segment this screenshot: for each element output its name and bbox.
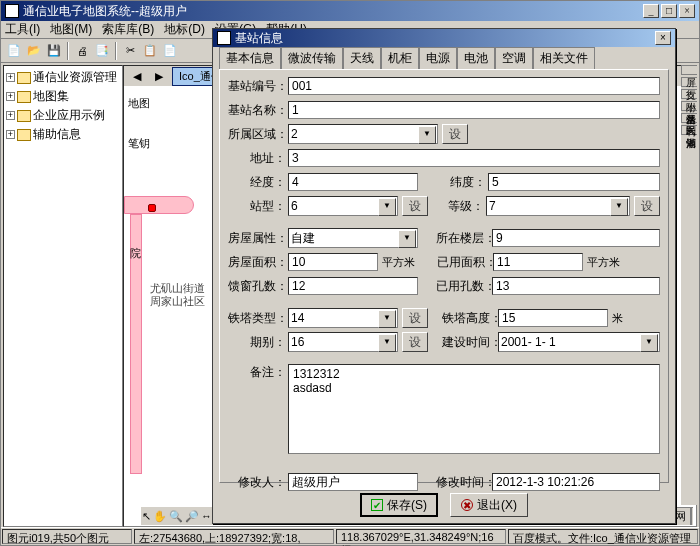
ttype-set-button[interactable]: 设 — [402, 308, 428, 328]
tab-next-icon[interactable]: ▶ — [150, 67, 168, 85]
zoomin-icon[interactable]: 🔍 — [168, 507, 184, 525]
tab-ac[interactable]: 空调 — [495, 47, 533, 69]
label-stype: 站型： — [228, 198, 288, 215]
tab-battery[interactable]: 电池 — [457, 47, 495, 69]
app-title: 通信业电子地图系统--超级用户 — [23, 3, 187, 20]
check-icon: ✔ — [371, 499, 383, 511]
status-coords: 左:27543680,上:18927392;宽:18,高:29; 0点; 未选中 — [134, 529, 334, 544]
zoomout-icon[interactable]: 🔎 — [184, 507, 200, 525]
tb-save-icon[interactable]: 💾 — [45, 42, 63, 60]
tree-item-2[interactable]: +企业应用示例 — [6, 106, 120, 125]
modtime-input — [492, 473, 660, 491]
app-icon — [5, 4, 19, 18]
label-remark: 备注： — [228, 364, 288, 454]
prop-select[interactable]: 自建 — [288, 228, 418, 248]
menu-map[interactable]: 地图(M) — [50, 21, 92, 38]
theight-input[interactable] — [498, 309, 608, 327]
uarea-input[interactable] — [493, 253, 583, 271]
close-button[interactable]: × — [679, 4, 695, 18]
tab-power[interactable]: 电源 — [419, 47, 457, 69]
dialog-title: 基站信息 — [235, 30, 283, 47]
tb-print-icon[interactable]: 🖨 — [73, 42, 91, 60]
right-tabs: 屏 支行 附小 基督生活 利民医 银湖酒 — [681, 65, 697, 505]
ttype-select[interactable]: 14 — [288, 308, 398, 328]
rt-0[interactable]: 屏 — [681, 65, 697, 75]
btab-12[interactable]: 村县 — [691, 507, 693, 525]
lon-input[interactable] — [288, 173, 418, 191]
floor-input[interactable] — [492, 229, 660, 247]
area-select[interactable]: 2 — [288, 124, 438, 144]
tb-paste-icon[interactable]: 📄 — [161, 42, 179, 60]
tb-copy-icon[interactable]: 📋 — [141, 42, 159, 60]
tb-new-icon[interactable]: 📄 — [5, 42, 23, 60]
hand-icon[interactable]: ✋ — [152, 507, 168, 525]
unit-sqm: 平方米 — [583, 255, 624, 270]
menu-search[interactable]: 索库库(B) — [102, 21, 154, 38]
tab-prev-icon[interactable]: ◀ — [128, 67, 146, 85]
dialog-close-button[interactable]: × — [655, 31, 671, 45]
folder-icon — [17, 72, 31, 84]
remark-textarea[interactable]: 1312312 asdasd — [288, 364, 660, 454]
label-ttype: 铁塔类型： — [228, 310, 288, 327]
rt-5[interactable]: 银湖酒 — [681, 125, 697, 135]
rt-2[interactable]: 附小 — [681, 89, 697, 99]
maximize-button[interactable]: □ — [661, 4, 677, 18]
label-period: 期别： — [228, 334, 288, 351]
uholes-input[interactable] — [492, 277, 660, 295]
period-select[interactable]: 16 — [288, 332, 398, 352]
tab-microwave[interactable]: 微波传输 — [281, 47, 343, 69]
map-marker[interactable] — [148, 204, 156, 212]
rt-3[interactable]: 基督生活 — [681, 101, 697, 111]
label-modby: 修改人： — [228, 474, 288, 491]
stype-set-button[interactable]: 设 — [402, 196, 428, 216]
tb-cut-icon[interactable]: ✂ — [121, 42, 139, 60]
label-addr: 地址： — [228, 150, 288, 167]
area-set-button[interactable]: 设 — [442, 124, 468, 144]
minimize-button[interactable]: _ — [643, 4, 659, 18]
folder-icon — [17, 91, 31, 103]
period-set-button[interactable]: 设 — [402, 332, 428, 352]
id-input[interactable] — [288, 77, 660, 95]
exit-button[interactable]: ✖退出(X) — [450, 493, 528, 517]
tb-open-icon[interactable]: 📂 — [25, 42, 43, 60]
menu-tools[interactable]: 工具(I) — [5, 21, 40, 38]
tab-files[interactable]: 相关文件 — [533, 47, 595, 69]
holes-input[interactable] — [288, 277, 418, 295]
stype-select[interactable]: 6 — [288, 196, 398, 216]
label-grade: 等级： — [446, 198, 486, 215]
grade-set-button[interactable]: 设 — [634, 196, 660, 216]
label-name: 基站名称： — [228, 102, 288, 119]
label-harea: 房屋面积： — [228, 254, 288, 271]
x-icon: ✖ — [461, 499, 473, 511]
label-holes: 馈窗孔数： — [228, 278, 288, 295]
lat-input[interactable] — [488, 173, 660, 191]
main-titlebar[interactable]: 通信业电子地图系统--超级用户 _ □ × — [1, 1, 699, 21]
label-floor: 所在楼层： — [436, 230, 492, 247]
btime-select[interactable]: 2001- 1- 1 — [498, 332, 660, 352]
tab-antenna[interactable]: 天线 — [343, 47, 381, 69]
menu-landmark[interactable]: 地标(D) — [164, 21, 205, 38]
tb-print2-icon[interactable]: 📑 — [93, 42, 111, 60]
rt-1[interactable]: 支行 — [681, 77, 697, 87]
dialog-titlebar[interactable]: 基站信息 × — [213, 29, 675, 47]
folder-icon — [17, 129, 31, 141]
tree-item-3[interactable]: +辅助信息 — [6, 125, 120, 144]
tree-item-0[interactable]: +通信业资源管理 — [6, 68, 120, 87]
tree-item-1[interactable]: +地图集 — [6, 87, 120, 106]
tree-panel[interactable]: +通信业资源管理 +地图集 +企业应用示例 +辅助信息 — [3, 65, 123, 527]
save-button[interactable]: ✔保存(S) — [360, 493, 438, 517]
name-input[interactable] — [288, 101, 660, 119]
map-label: 周家山社区 — [150, 294, 205, 309]
harea-input[interactable] — [288, 253, 378, 271]
label-id: 基站编号： — [228, 78, 288, 95]
nav-icon[interactable]: ↖ — [141, 507, 152, 525]
addr-input[interactable] — [288, 149, 660, 167]
tab-cabinet[interactable]: 机柜 — [381, 47, 419, 69]
map-label: 笔钥 — [128, 136, 150, 151]
map-label: 院 — [130, 246, 141, 261]
rt-4[interactable]: 利民医 — [681, 113, 697, 123]
label-uarea: 已用面积： — [437, 254, 493, 271]
dialog-icon — [217, 31, 231, 45]
grade-select[interactable]: 7 — [486, 196, 630, 216]
tab-basic[interactable]: 基本信息 — [219, 47, 281, 70]
